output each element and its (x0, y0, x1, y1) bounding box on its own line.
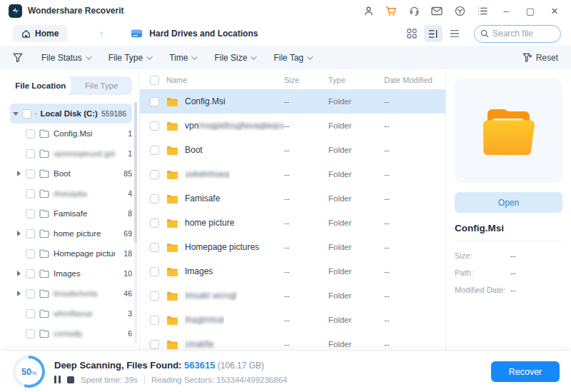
sidebar-tree-item[interactable]: Famisafe 8 (10, 203, 132, 223)
checkbox[interactable] (22, 109, 31, 119)
sidebar-tree-item[interactable]: Images 10 (10, 263, 132, 283)
table-row[interactable]: Homepage pictures -- Folder -- (140, 235, 445, 259)
sidebar-tree-item[interactable]: home picture 69 (10, 223, 132, 243)
checkbox[interactable] (26, 289, 35, 298)
sidebar-scrollbar[interactable] (134, 102, 137, 344)
stop-button[interactable] (67, 376, 74, 383)
table-row[interactable]: home picture -- Folder -- (140, 211, 445, 235)
cell-size: -- (284, 340, 328, 348)
row-checkbox[interactable] (150, 170, 159, 179)
menu-list-icon[interactable] (474, 3, 491, 19)
detail-view-icon[interactable] (424, 25, 443, 42)
close-button[interactable]: ✕ (545, 3, 564, 19)
support-headset-icon[interactable] (405, 3, 423, 19)
filter-file-type[interactable]: File Type (108, 53, 151, 63)
row-checkbox[interactable] (150, 194, 159, 203)
tab-file-type[interactable]: File Type (71, 76, 133, 95)
sidebar-root-local-disk[interactable]: Local Disk (C:) 559186 (10, 104, 132, 124)
sidebar-tree-item[interactable]: tmsabctvnla 46 (10, 283, 132, 303)
product-center-icon[interactable] (451, 3, 468, 19)
table-row[interactable]: Boot -- Folder -- (140, 138, 445, 162)
search-box[interactable] (474, 25, 561, 43)
row-checkbox[interactable] (150, 267, 159, 276)
row-checkbox[interactable] (150, 243, 159, 252)
sidebar-tree-item[interactable]: Config.Msi 1 (10, 124, 132, 144)
row-checkbox[interactable] (150, 146, 159, 155)
checkbox[interactable] (26, 209, 35, 218)
row-checkbox[interactable] (150, 340, 159, 349)
drive-icon (130, 28, 143, 39)
table-row[interactable]: vpnmsqpidtrugfwvaqlieqcvwos -- Folder -- (140, 114, 445, 138)
checkbox[interactable] (26, 229, 35, 238)
table-row[interactable]: Images -- Folder -- (140, 259, 445, 283)
chevron-right-icon[interactable] (17, 171, 21, 176)
checkbox[interactable] (26, 269, 35, 278)
row-checkbox[interactable] (150, 97, 159, 106)
cell-size: -- (284, 267, 328, 276)
cell-date: -- (384, 243, 445, 251)
cart-icon[interactable] (383, 3, 400, 19)
recover-button[interactable]: Recover (491, 361, 560, 382)
sidebar-tree-item[interactable]: whrxflavue 3 (10, 303, 132, 323)
sidebar-tree-item[interactable]: Homepage pictures 18 (10, 243, 132, 263)
sidebar-tree-item[interactable]: cxmadp 6 (10, 323, 132, 343)
list-view-icon[interactable] (445, 25, 464, 42)
maximize-button[interactable]: ▢ (521, 3, 540, 19)
table-row[interactable]: Famisafe -- Folder -- (140, 186, 445, 211)
folder-icon (39, 169, 49, 178)
grid-view-icon[interactable] (403, 25, 421, 42)
cell-size: -- (284, 291, 328, 300)
file-name: Boot (185, 145, 203, 155)
cell-type: Folder (328, 121, 384, 130)
sidebar-tree: Config.Msi 1 vpnmsqieuvd gxkr f 1 Boot 8… (10, 124, 132, 343)
folder-name: rkwuqata (54, 189, 87, 198)
table-row[interactable]: tmsakt wcrvgl -- Folder -- (140, 283, 445, 308)
chevron-right-icon[interactable] (17, 291, 21, 296)
scrollbar-thumb[interactable] (134, 102, 137, 243)
sidebar-tree-item[interactable]: Boot 85 (10, 164, 132, 184)
item-count: 6 (128, 329, 132, 338)
pause-button[interactable] (54, 376, 61, 383)
minimize-button[interactable]: – (497, 3, 515, 19)
filter-file-size[interactable]: File Size (214, 53, 255, 63)
select-all-checkbox[interactable] (150, 76, 159, 85)
row-checkbox[interactable] (150, 291, 159, 301)
sidebar-tree-item[interactable]: rkwuqata 4 (10, 184, 132, 203)
tab-file-location[interactable]: File Location (10, 76, 71, 95)
chevron-down-icon[interactable] (13, 112, 19, 116)
search-input[interactable] (492, 29, 550, 39)
checkbox[interactable] (26, 249, 35, 258)
table-row[interactable]: uvkelnhswa -- Folder -- (140, 162, 445, 186)
filter-time[interactable]: Time (169, 53, 196, 63)
up-arrow-button[interactable]: ↑ (91, 25, 111, 42)
checkbox[interactable] (26, 129, 35, 139)
chevron-down-icon (307, 54, 313, 59)
folder-name: whrxflavue (54, 309, 93, 318)
row-checkbox[interactable] (150, 121, 159, 131)
chevron-right-icon[interactable] (17, 271, 21, 276)
mail-icon[interactable] (428, 3, 445, 19)
open-button[interactable]: Open (455, 192, 562, 213)
chevron-right-icon[interactable] (17, 231, 21, 236)
file-name-redacted: msqpidtrugfwvaqlieqcv (198, 121, 284, 131)
table-row[interactable]: Config.Msi -- Folder -- (140, 89, 445, 114)
checkbox[interactable] (26, 329, 35, 338)
detail-row: Size: -- (455, 247, 562, 264)
reset-filters-button[interactable]: Reset (522, 53, 558, 63)
table-row[interactable]: cmakfw -- Folder -- (140, 332, 445, 351)
home-button[interactable]: Home (13, 25, 67, 42)
detail-value: -- (510, 268, 515, 277)
checkbox[interactable] (26, 169, 35, 179)
table-row[interactable]: thagtmtval -- Folder -- (140, 308, 445, 332)
account-icon[interactable] (360, 3, 377, 19)
sidebar-tree-item[interactable]: vpnmsqieuvd gxkr f 1 (10, 144, 132, 164)
row-checkbox[interactable] (150, 218, 159, 228)
file-name: Config.Msi (185, 96, 226, 106)
checkbox[interactable] (26, 309, 35, 318)
scan-progress-ring: 50% (13, 356, 45, 388)
filter-file-tag[interactable]: File Tag (273, 53, 311, 63)
filter-file-status[interactable]: File Status (41, 53, 90, 63)
checkbox[interactable] (26, 149, 35, 159)
checkbox[interactable] (26, 189, 35, 198)
row-checkbox[interactable] (150, 316, 159, 325)
